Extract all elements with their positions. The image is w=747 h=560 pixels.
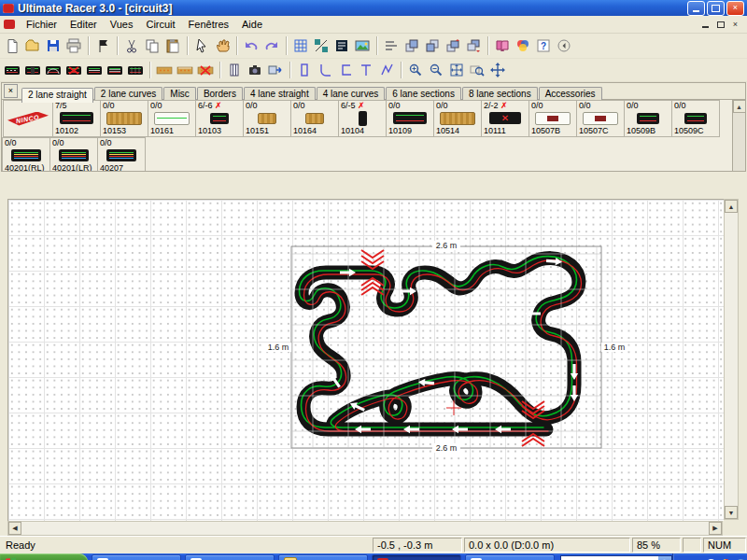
- canvas-horizontal-scrollbar[interactable]: ◀ ▶: [7, 521, 723, 536]
- taskbar-task-adobe-phot[interactable]: PAdobe Phot...: [465, 554, 555, 560]
- move-layer-down-button[interactable]: [463, 36, 484, 55]
- paste-button[interactable]: [162, 36, 183, 55]
- bring-to-front-button[interactable]: [402, 36, 422, 55]
- taskbar-task-transf-rer[interactable]: eTransférer ...: [185, 554, 275, 560]
- scroll-left-icon[interactable]: ◀: [8, 522, 21, 535]
- palette-scrollbar[interactable]: ▲: [732, 100, 745, 171]
- waypoint-flag-button[interactable]: [92, 36, 113, 55]
- palette-item-10509B[interactable]: 0/010509B: [624, 100, 672, 137]
- palette-close-icon[interactable]: ×: [4, 84, 18, 98]
- tab-4-lane-curves[interactable]: 4 lane curves: [317, 87, 385, 101]
- taskbar-task-circuit[interactable]: circuit: [278, 554, 368, 560]
- palette-item-10104[interactable]: 6/-5 ✗10104: [338, 100, 387, 137]
- track-straight-5-button[interactable]: [125, 61, 146, 79]
- zoom-out-button[interactable]: [426, 61, 446, 79]
- tab-6-lane-sections[interactable]: 6 lane sections: [386, 87, 461, 101]
- pan-hand-button[interactable]: [212, 36, 233, 55]
- help-question-button[interactable]: ?: [533, 36, 554, 55]
- shape-curve-button[interactable]: [315, 61, 335, 79]
- shape-freeform-button[interactable]: [376, 61, 397, 79]
- canvas-vertical-scrollbar[interactable]: ▲ ▼: [724, 199, 739, 520]
- grid-toggle-button[interactable]: [290, 36, 311, 55]
- palette-item-10151[interactable]: 0/010151: [243, 100, 291, 137]
- move-layer-up-button[interactable]: [443, 36, 463, 55]
- snap-percent-button[interactable]: [311, 36, 331, 55]
- restore-button[interactable]: [707, 1, 725, 16]
- menu-fen-tres[interactable]: Fenêtres: [182, 18, 235, 31]
- menu-circuit[interactable]: Circuit: [139, 18, 181, 31]
- tab-misc[interactable]: Misc: [163, 87, 196, 101]
- scroll-down-icon[interactable]: ▼: [725, 506, 738, 519]
- palette-item-10103[interactable]: 6/-6 ✗10103: [195, 100, 244, 137]
- new-file-button[interactable]: [2, 36, 22, 55]
- mdi-restore-button[interactable]: [714, 19, 726, 30]
- palette-item-10514[interactable]: 0/010514: [433, 100, 482, 137]
- palette-item-10102[interactable]: 7/510102: [52, 100, 101, 137]
- palette-item-10153[interactable]: 0/010153: [100, 100, 148, 137]
- taskbar-task-ultimate-ra[interactable]: Ultimate Ra...: [372, 554, 461, 560]
- menu-aide[interactable]: Aide: [235, 18, 269, 31]
- palette-item-10507C[interactable]: 0/010507C: [576, 100, 625, 137]
- open-folder-button[interactable]: [22, 36, 43, 55]
- send-to-back-button[interactable]: [422, 36, 443, 55]
- palette-item-40201RL[interactable]: 0/040201(RL): [2, 137, 50, 171]
- zoom-in-button[interactable]: [405, 61, 426, 79]
- track-canvas[interactable]: 2.6 m 2.6 m 1.6 m 1.6 m: [7, 199, 724, 521]
- minimize-button[interactable]: [687, 1, 705, 16]
- help-book-button[interactable]: [492, 36, 513, 55]
- palette-item-10111[interactable]: 2/-2 ✗10111: [481, 100, 529, 137]
- shape-straight-button[interactable]: [294, 61, 315, 79]
- track-straight-1-button[interactable]: [2, 61, 22, 79]
- palette-item-40207[interactable]: 0/040207: [97, 137, 146, 171]
- palette-item-40201LR[interactable]: 0/040201(LR): [49, 137, 98, 171]
- border-piece-1-button[interactable]: [154, 61, 175, 79]
- tab-2-lane-curves[interactable]: 2 lane curves: [94, 87, 162, 101]
- scroll-up-icon[interactable]: ▲: [725, 200, 738, 213]
- palette-item-10161[interactable]: 0/010161: [148, 100, 196, 137]
- tab-borders[interactable]: Borders: [197, 87, 243, 101]
- palette-scroll-up-icon[interactable]: ▲: [733, 100, 746, 113]
- palette-item-10507B[interactable]: 0/010507B: [529, 100, 577, 137]
- zoom-fit-button[interactable]: [446, 61, 467, 79]
- tab-accessories[interactable]: Accessories: [539, 87, 602, 101]
- tab-2-lane-straight[interactable]: 2 lane straight: [21, 88, 93, 103]
- palette-item-10109[interactable]: 0/010109: [386, 100, 434, 137]
- barrier-piece-button[interactable]: [224, 61, 245, 79]
- shape-chicane-button[interactable]: [335, 61, 356, 79]
- align-lines-button[interactable]: [381, 36, 402, 55]
- print-button[interactable]: [63, 36, 84, 55]
- track-straight-4-button[interactable]: [105, 61, 125, 79]
- tab-8-lane-sections[interactable]: 8 lane sections: [462, 87, 538, 101]
- mdi-minimize-button[interactable]: [699, 19, 712, 30]
- palette-item-10509C[interactable]: 0/010509C: [671, 100, 720, 137]
- border-delete-button[interactable]: [195, 61, 216, 79]
- report-layout-button[interactable]: [331, 36, 352, 55]
- save-button[interactable]: [43, 36, 63, 55]
- tip-info-button[interactable]: [554, 36, 574, 55]
- cut-button[interactable]: [121, 36, 142, 55]
- undo-button[interactable]: [241, 36, 261, 55]
- about-colors-button[interactable]: [513, 36, 533, 55]
- track-straight-2-button[interactable]: [22, 61, 43, 79]
- close-button[interactable]: ×: [726, 1, 744, 16]
- tab-4-lane-straight[interactable]: 4 lane straight: [244, 87, 316, 101]
- redo-button[interactable]: [261, 36, 282, 55]
- taskbar-task-www-fra[interactable]: eWWW.FRA...: [92, 554, 181, 560]
- taskbar-search[interactable]: [560, 555, 672, 560]
- search-icon[interactable]: [658, 556, 671, 560]
- mdi-close-button[interactable]: ×: [729, 19, 741, 30]
- background-image-button[interactable]: [352, 36, 373, 55]
- scroll-right-icon[interactable]: ▶: [709, 522, 722, 535]
- track-straight-3-button[interactable]: [84, 61, 105, 79]
- track-surface[interactable]: [302, 259, 579, 429]
- copy-button[interactable]: [142, 36, 162, 55]
- start-button[interactable]: démarrer: [0, 553, 88, 560]
- select-pointer-button[interactable]: [191, 36, 212, 55]
- track-delete-button[interactable]: [63, 61, 84, 79]
- menu-editer[interactable]: Editer: [63, 18, 104, 31]
- border-piece-2-button[interactable]: [175, 61, 195, 79]
- menu-vues[interactable]: Vues: [104, 18, 140, 31]
- track-curve-button[interactable]: [43, 61, 63, 79]
- menu-fichier[interactable]: Fichier: [20, 18, 63, 31]
- pan-view-button[interactable]: [487, 61, 508, 79]
